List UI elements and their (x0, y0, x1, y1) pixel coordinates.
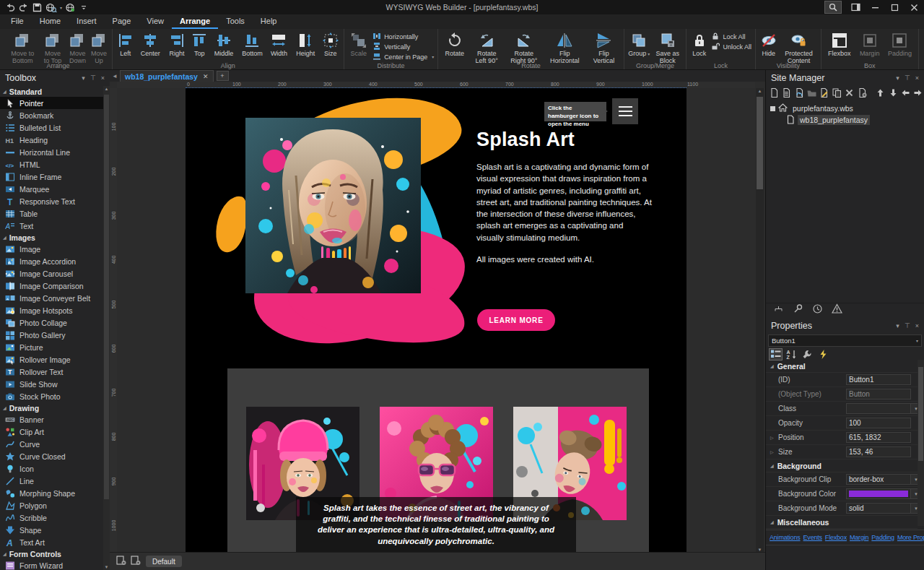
close-icon[interactable]: × (915, 322, 919, 329)
property-link-padding[interactable]: Padding (871, 534, 894, 541)
ribbon-button-flexbox[interactable]: Flexbox (824, 30, 855, 57)
ribbon-button-move-down[interactable]: MoveDown (67, 30, 89, 64)
ribbon-button-center-in-page[interactable]: Center in Page▾ (372, 53, 434, 61)
toolbox-item-bookmark[interactable]: Bookmark (0, 109, 103, 121)
ribbon-button-horizontally[interactable]: Horizontally (372, 33, 434, 40)
pin-icon[interactable]: ⊤ (905, 322, 910, 329)
property-link-margin[interactable]: Margin (850, 534, 868, 541)
chevron-down-icon[interactable]: ▾ (60, 5, 62, 10)
toolbox-section-images[interactable]: ◢Images (0, 232, 103, 243)
close-icon[interactable]: × (915, 74, 919, 82)
toolbox-item-image-comparison[interactable]: Image Comparison (0, 280, 103, 292)
ribbon-button-protected-content[interactable]: ProtectedContent (780, 30, 819, 64)
menu-view[interactable]: View (139, 14, 172, 29)
redo-icon[interactable] (17, 1, 30, 13)
ribbon-button-rotate[interactable]: Rotate (440, 30, 468, 57)
learn-more-button[interactable]: LEARN MORE (477, 309, 555, 331)
property-value[interactable] (846, 403, 911, 414)
menu-arrange[interactable]: Arrange (172, 14, 218, 29)
toolbox-item-inline-frame[interactable]: Inline Frame (0, 170, 103, 183)
scroll-down-icon[interactable]: ▼ (103, 565, 110, 569)
ribbon-button-bottom[interactable]: Bottom (238, 30, 266, 57)
ribbon-button-width[interactable]: Width (266, 30, 292, 57)
ribbon-button-left[interactable]: Left (115, 30, 136, 57)
menu-page[interactable]: Page (105, 14, 139, 29)
toolbox-item-shape[interactable]: Shape (0, 524, 103, 536)
move-up-icon[interactable] (874, 87, 886, 99)
tab-scroll-left-icon[interactable]: ◄ (110, 73, 120, 79)
ribbon-button-margin[interactable]: Margin (855, 30, 884, 57)
ribbon-button-rotate-left-90-[interactable]: RotateLeft 90° (469, 30, 505, 64)
property-row-backgroundcolor[interactable]: Background Color▼ (766, 487, 918, 501)
tree-expander-icon[interactable] (770, 106, 775, 111)
toolbox-item-image-accordion[interactable]: Image Accordion (0, 255, 103, 267)
toolbox-section-drawing[interactable]: ◢Drawing (0, 402, 103, 413)
close-button[interactable] (905, 1, 924, 14)
toolbox-item-table[interactable]: Table (0, 207, 103, 220)
ribbon-button-lock-all[interactable]: Lock All (711, 33, 751, 40)
property-row-objecttype[interactable]: (Object Type)Button (766, 387, 918, 402)
menu-file[interactable]: File (3, 14, 32, 29)
tools-icon[interactable] (801, 348, 814, 360)
toolbox-item-photo-collage[interactable]: Photo Collage (0, 316, 103, 329)
ribbon-button-move-to-bottom[interactable]: Move toBottom (6, 30, 38, 64)
property-value[interactable]: 100 (846, 418, 911, 428)
property-value[interactable]: 153, 46 (846, 446, 911, 457)
toolbox-item-image-carousel[interactable]: Image Carousel (0, 267, 103, 280)
toolbox-item-responsive-text[interactable]: TResponsive Text (0, 195, 103, 207)
pin-icon[interactable] (793, 303, 803, 317)
warnings-icon[interactable] (832, 303, 842, 317)
property-row-opacity[interactable]: Opacity100 (766, 416, 918, 431)
move-down-icon[interactable] (887, 87, 899, 99)
property-value[interactable]: solid (846, 503, 911, 514)
property-row-backgroundmode[interactable]: Background Modesolid▼ (766, 501, 918, 516)
toolbox-item-clip-art[interactable]: Clip Art (0, 426, 103, 438)
publish-icon[interactable] (64, 1, 76, 13)
edit-page-icon[interactable] (819, 87, 830, 99)
history-icon[interactable] (812, 303, 823, 317)
toolbox-item-horizontal-line[interactable]: Horizontal Line (0, 146, 103, 158)
menu-home[interactable]: Home (32, 14, 69, 29)
ribbon-button-flip-horizontal[interactable]: FlipHorizontal (544, 30, 586, 64)
workspace[interactable]: Click the hamburger icon to open the men… (117, 88, 755, 553)
toolbox-item-stock-photo[interactable]: Stock Photo (0, 390, 103, 402)
ribbon-button-rotate-right-90-[interactable]: RotateRight 90° (505, 30, 544, 64)
ribbon-button-right[interactable]: Right (165, 30, 190, 57)
panel-menu-icon[interactable]: ▾ (82, 74, 85, 82)
page-ai-note[interactable]: All images were created with AI. (476, 255, 594, 264)
page-properties-icon[interactable] (856, 87, 868, 99)
events-icon[interactable] (816, 348, 830, 360)
ribbon-button-vertically[interactable]: Vertically (372, 43, 434, 51)
pin-icon[interactable]: ⊤ (905, 74, 910, 82)
close-tab-icon[interactable]: ✕ (203, 73, 209, 80)
canvas-vertical-scrollbar[interactable]: ▲ ▼ (756, 88, 764, 553)
maximize-button[interactable] (885, 1, 905, 14)
ribbon-button-size[interactable]: Size (320, 30, 341, 57)
panel-menu-icon[interactable]: ▾ (896, 74, 899, 82)
toolbox-item-image-hotspots[interactable]: Image Hotspots (0, 304, 103, 316)
ribbon-button-move-up[interactable]: MoveUp (88, 30, 110, 64)
toolbox-item-marquee[interactable]: Marquee (0, 183, 103, 195)
hero-splash-art-image[interactable] (245, 118, 421, 293)
pin-icon[interactable]: ⊤ (90, 74, 96, 82)
toolbox-item-morphing-shape[interactable]: Morphing Shape (0, 487, 103, 499)
undo-icon[interactable] (4, 1, 16, 13)
customize-toolbar-icon[interactable] (77, 1, 90, 13)
search-button[interactable] (824, 1, 842, 14)
move-right-icon[interactable] (912, 87, 924, 99)
ribbon-button-group[interactable]: Group▾ (627, 30, 652, 58)
property-link-events[interactable]: Events (803, 534, 822, 541)
toolbox-item-polygon[interactable]: Polygon (0, 499, 103, 511)
toolbox-item-heading[interactable]: H1Heading (0, 134, 103, 146)
panel-menu-icon[interactable]: ▾ (896, 322, 899, 329)
breakpoint-settings-icon[interactable] (116, 555, 127, 569)
tree-page-row[interactable]: wb18_purplefantasy (766, 114, 924, 126)
properties-scrollbar[interactable] (918, 360, 924, 526)
toolbox-item-text-art[interactable]: AText Art (0, 536, 103, 548)
ribbon-button-flip-vertical[interactable]: FlipVertical (586, 30, 622, 64)
toolbox-item-image[interactable]: Image (0, 243, 103, 255)
toolbox-item-image-conveyer-belt[interactable]: Image Conveyer Belt (0, 292, 103, 304)
clone-page-icon[interactable] (831, 87, 842, 99)
toolbox-item-text[interactable]: AText (0, 220, 103, 232)
property-value[interactable]: Button1 (846, 374, 911, 385)
